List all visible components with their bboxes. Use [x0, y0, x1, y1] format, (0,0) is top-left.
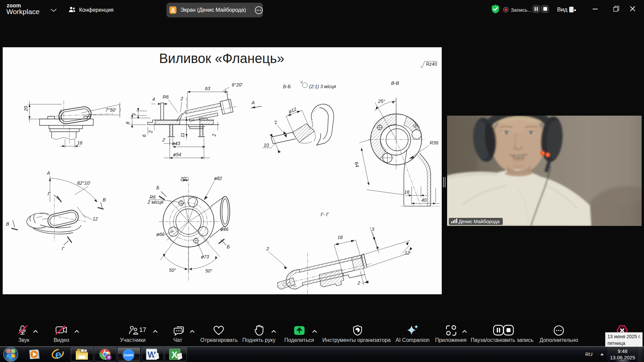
svg-text:Г- Г: Г- Г: [321, 212, 329, 217]
svg-text:X: X: [171, 350, 177, 360]
svg-text:2 місця: 2 місця: [147, 199, 163, 205]
svg-text:zoom: zoom: [124, 353, 133, 357]
svg-text:Б-Б: Б-Б: [283, 84, 291, 89]
svg-text:В-В: В-В: [391, 80, 399, 86]
svg-text:11: 11: [180, 133, 185, 138]
svg-text:7°50': 7°50': [105, 107, 116, 113]
svg-text:R6: R6: [163, 94, 169, 100]
svg-text:(2:1) 3 місця: (2:1) 3 місця: [309, 84, 336, 89]
svg-text:ø43: ø43: [172, 141, 180, 146]
svg-text:ø12: ø12: [288, 106, 298, 114]
svg-text:ø73: ø73: [201, 254, 209, 259]
svg-text:50°: 50°: [205, 268, 213, 274]
svg-text:Б: Б: [227, 244, 230, 249]
svg-text:Rz40: Rz40: [426, 61, 437, 67]
svg-text:Я: Я: [107, 355, 110, 360]
svg-text:2: 2: [211, 134, 217, 137]
svg-text:12: 12: [93, 216, 98, 222]
svg-text:2: 2: [357, 280, 360, 286]
svg-text:63: 63: [205, 86, 210, 91]
svg-text:4: 4: [152, 97, 155, 102]
svg-text:12: 12: [405, 250, 410, 255]
svg-text:2: 2: [273, 119, 278, 125]
svg-text:25°: 25°: [378, 99, 385, 104]
svg-text:ø54: ø54: [173, 152, 181, 157]
svg-text:10: 10: [264, 142, 269, 148]
svg-text:В: В: [6, 221, 9, 227]
svg-text:64: 64: [354, 161, 360, 168]
svg-text:Б: Б: [156, 185, 159, 190]
svg-text:e: e: [55, 348, 62, 361]
svg-text:2: 2: [162, 137, 165, 142]
svg-text:20: 20: [23, 106, 29, 112]
svg-text:2: 2: [180, 96, 183, 101]
svg-text:16: 16: [77, 140, 83, 145]
svg-text:18: 18: [337, 235, 343, 240]
svg-text:А: А: [47, 170, 50, 176]
svg-text:2: 2: [266, 246, 269, 251]
svg-text:16: 16: [404, 189, 410, 195]
svg-text:ø82: ø82: [214, 176, 222, 181]
svg-text:В: В: [103, 197, 106, 202]
svg-text:82°10': 82°10': [77, 180, 91, 186]
svg-text:3: 3: [372, 227, 374, 232]
svg-text:Виливок «Фланець»: Виливок «Фланець»: [159, 51, 284, 66]
svg-text:Г: Г: [48, 191, 51, 196]
svg-text:2: 2: [148, 130, 153, 133]
svg-text:Г: Г: [62, 246, 65, 251]
svg-text:6: 6: [142, 134, 147, 137]
svg-text:6°20': 6°20': [232, 82, 243, 87]
svg-text:ø66: ø66: [156, 232, 164, 237]
svg-text:50°: 50°: [169, 267, 176, 273]
svg-text:40: 40: [421, 197, 427, 203]
svg-text:R36: R36: [430, 140, 438, 145]
svg-text:Денис Майборода: Денис Майборода: [459, 219, 500, 224]
svg-text:8: 8: [125, 122, 130, 124]
svg-text:R6: R6: [150, 194, 156, 200]
svg-text:А: А: [251, 100, 255, 105]
